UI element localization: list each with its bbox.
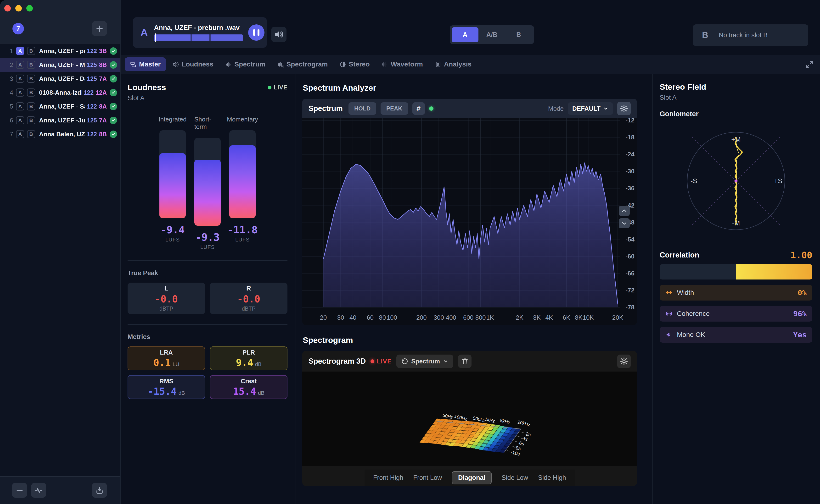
assign-slot-b-button[interactable]: B	[27, 88, 35, 97]
svg-text:-66: -66	[626, 270, 635, 277]
loudness-meter: Short-term-9.3LUFS	[194, 116, 221, 250]
tab-label: Analysis	[444, 60, 471, 68]
meter-fill	[159, 153, 186, 218]
spectrogram-settings-button[interactable]	[617, 355, 631, 368]
svg-text:1kHz: 1kHz	[484, 416, 495, 424]
ab-option-a[interactable]: A	[452, 27, 478, 42]
grid-toggle-button[interactable]: #	[412, 102, 425, 115]
palette-dropdown[interactable]: Spectrum	[396, 355, 453, 368]
ab-option-ab[interactable]: A/B	[478, 27, 505, 42]
svg-text:-36: -36	[626, 185, 635, 192]
tab-analysis[interactable]: Analysis	[430, 57, 477, 71]
view-button-front-low[interactable]: Front Low	[413, 474, 442, 482]
close-window-button[interactable]	[4, 5, 11, 11]
sidebar-header: 7	[0, 0, 120, 44]
track-number: 3	[0, 75, 13, 82]
tab-waveform[interactable]: Waveform	[377, 57, 428, 71]
tab-spectrum[interactable]: Spectrum	[220, 57, 271, 71]
track-bpm: 122	[87, 131, 97, 138]
meter-fill	[229, 145, 256, 218]
track-row[interactable]: 6ABAnna, UZEF -Juna...1257A	[0, 113, 120, 127]
svg-text:2K: 2K	[516, 314, 523, 321]
svg-text:-12: -12	[626, 118, 635, 124]
master-icon	[130, 61, 136, 68]
track-title: Anna, UZEF - Mar...	[39, 61, 85, 69]
add-track-button[interactable]	[92, 21, 107, 36]
track-title: Anna, UZEF -Juna...	[39, 117, 85, 124]
tab-stereo[interactable]: Stereo	[334, 57, 375, 71]
assign-slot-b-button[interactable]: B	[27, 116, 35, 124]
assign-slot-b-button[interactable]: B	[27, 61, 35, 69]
range-up-button[interactable]	[619, 206, 630, 216]
spectrum-section-title: Spectrum Analyzer	[303, 83, 637, 93]
view-button-front-high[interactable]: Front High	[373, 474, 403, 482]
minimize-window-button[interactable]	[15, 5, 22, 11]
spectrum-settings-button[interactable]	[617, 102, 631, 115]
ab-option-b[interactable]: B	[505, 27, 532, 42]
track-key: 8B	[99, 131, 107, 138]
assign-slot-b-button[interactable]: B	[27, 130, 35, 138]
assign-slot-a-button[interactable]: A	[16, 75, 24, 83]
track-title: Anna, UZEF - preburn .wav	[154, 24, 243, 32]
track-row[interactable]: 3ABAnna, UZEF - Dan...1257A	[0, 72, 120, 86]
slot-b-card[interactable]: B No track in slot B	[693, 24, 808, 46]
remove-track-button[interactable]	[12, 483, 27, 498]
svg-text:20: 20	[320, 314, 327, 321]
true-peak-title: True Peak	[127, 269, 288, 277]
playhead[interactable]	[155, 33, 156, 42]
tab-spectrogram[interactable]: Spectrogram	[272, 57, 333, 71]
export-button[interactable]	[92, 483, 107, 498]
spectrum-plot: -12-18-24-30-36-42-48-54-60-66-72-782030…	[302, 118, 637, 324]
assign-slot-a-button[interactable]: A	[16, 47, 24, 55]
spectrogram-name: Spectrogram 3D	[309, 357, 366, 366]
track-row[interactable]: 4AB0108-Anna-izdih...12212A	[0, 86, 120, 99]
track-row[interactable]: 7ABAnna Belen, UZE...1228B	[0, 127, 120, 141]
peak-button[interactable]: PEAK	[381, 102, 408, 115]
assign-slot-b-button[interactable]: B	[27, 75, 35, 83]
tab-master[interactable]: Master	[125, 57, 166, 71]
analyze-button[interactable]	[31, 483, 46, 498]
spectrogram-3d-view[interactable]: 50Hz100Hz500Hz1kHz5kHz20kHz -2s-4s-6s-8s…	[302, 372, 637, 466]
assign-slot-b-button[interactable]: B	[27, 47, 35, 55]
assign-slot-a-button[interactable]: A	[16, 102, 24, 110]
stat-row-coherence: Coherence96%	[660, 306, 812, 322]
loudness-meters: Integrated-9.4LUFSShort-term-9.3LUFSMome…	[127, 116, 288, 250]
track-row[interactable]: 1ABAnna, UZEF - pre...1223B	[0, 44, 120, 58]
meter-unit: LUFS	[165, 237, 180, 243]
range-down-button[interactable]	[619, 218, 630, 228]
assign-slot-a-button[interactable]: A	[16, 116, 24, 124]
app-window: 7 1ABAnna, UZEF - pre...1223B2ABAnna, UZ…	[0, 0, 820, 504]
assign-slot-a-button[interactable]: A	[16, 130, 24, 138]
tab-loudness[interactable]: Loudness	[167, 57, 219, 71]
hold-button[interactable]: HOLD	[349, 102, 376, 115]
view-button-side-low[interactable]: Side Low	[501, 474, 528, 482]
svg-text:-72: -72	[626, 287, 635, 294]
assign-slot-a-button[interactable]: A	[16, 88, 24, 97]
meter-fill	[194, 160, 221, 226]
track-row[interactable]: 5ABAnna, UZEF - Sar...1228A	[0, 99, 120, 113]
fullscreen-button[interactable]	[804, 59, 815, 70]
meter-label: Momentary	[227, 116, 258, 123]
chevron-down-icon	[621, 220, 628, 227]
svg-text:30: 30	[337, 314, 344, 321]
view-button-side-high[interactable]: Side High	[538, 474, 566, 482]
clear-spectrogram-button[interactable]	[458, 355, 471, 368]
mode-dropdown[interactable]: DEFAULT	[568, 102, 613, 115]
correlation-label: Correlation	[660, 251, 699, 259]
metric-card-crest: Crest15.4dB	[210, 375, 288, 399]
plus-icon	[95, 24, 104, 33]
spectrogram-header: Spectrogram 3D LIVE Spectrum	[302, 351, 637, 372]
track-row[interactable]: 2ABAnna, UZEF - Mar...1258B	[0, 58, 120, 72]
pause-button[interactable]	[248, 24, 265, 41]
view-button-diagonal[interactable]: Diagonal	[452, 471, 492, 484]
track-bpm: 125	[87, 117, 97, 124]
assign-slot-a-button[interactable]: A	[16, 61, 24, 69]
maximize-window-button[interactable]	[26, 5, 33, 11]
svg-text:200: 200	[416, 314, 427, 321]
loudness-meter: Integrated-9.4LUFS	[159, 116, 186, 250]
waveform-scrubber[interactable]	[154, 34, 243, 41]
assign-slot-b-button[interactable]: B	[27, 102, 35, 110]
meter-bar	[229, 130, 256, 218]
slot-a-player[interactable]: A Anna, UZEF - preburn .wav	[133, 17, 267, 48]
volume-button[interactable]	[271, 27, 287, 42]
